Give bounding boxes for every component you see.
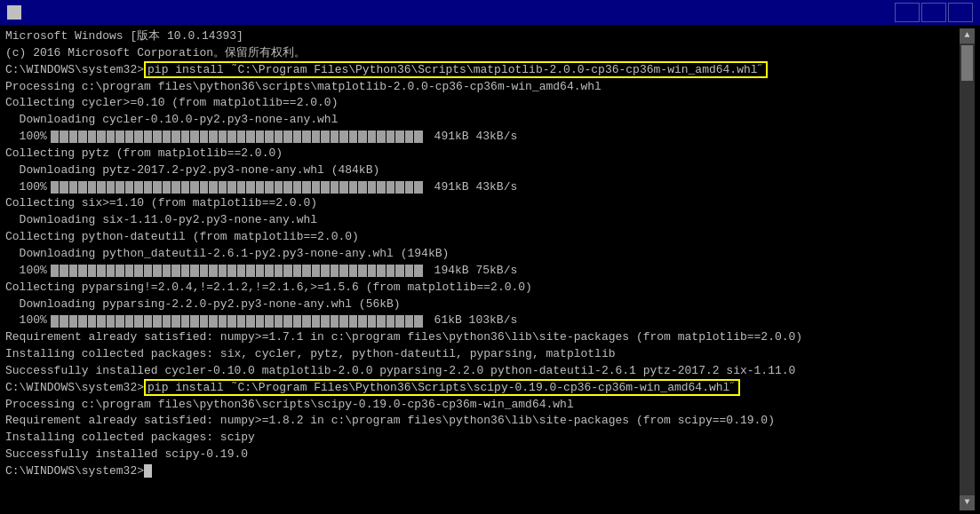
progress-speed: 194kB 75kB/s	[427, 263, 517, 280]
console-line: Downloading pytz-2017.2-py2.py3-none-any…	[5, 162, 960, 179]
progress-line: 100% 491kB 43kB/s	[5, 129, 960, 146]
console-line: Requirement already satisfied: numpy>=1.…	[5, 329, 960, 346]
title-bar-left	[7, 5, 27, 20]
prompt-prefix: C:\WINDOWS\system32>	[5, 63, 144, 76]
console-line: Microsoft Windows [版本 10.0.14393]	[5, 28, 960, 45]
console-line: (c) 2016 Microsoft Corporation。保留所有权利。	[5, 45, 960, 62]
console-icon	[7, 5, 21, 20]
console-line: Processing c:\program files\python36\scr…	[5, 397, 960, 414]
highlighted-command: pip install ˜C:\Program Files\Python36\S…	[144, 61, 768, 78]
progress-speed: 491kB 43kB/s	[427, 129, 517, 146]
cursor	[144, 464, 152, 478]
progress-percent: 100%	[5, 179, 47, 196]
console-line: Collecting pytz (from matplotlib==2.0.0)	[5, 146, 960, 162]
progress-bar	[51, 315, 424, 328]
window-controls	[895, 3, 973, 22]
progress-bar	[51, 130, 424, 143]
scroll-down-arrow[interactable]: ▼	[960, 495, 975, 510]
title-bar	[0, 0, 980, 25]
console-text[interactable]: Microsoft Windows [版本 10.0.14393](c) 201…	[5, 28, 960, 510]
progress-line: 100% 491kB 43kB/s	[5, 179, 960, 196]
progress-percent: 100%	[5, 129, 47, 146]
prompt-prefix: C:\WINDOWS\system32>	[5, 381, 144, 394]
progress-speed: 61kB 103kB/s	[427, 312, 517, 329]
console-line: Collecting pyparsing!=2.0.4,!=2.1.2,!=2.…	[5, 280, 960, 297]
console-area: Microsoft Windows [版本 10.0.14393](c) 201…	[0, 25, 980, 514]
minimize-button[interactable]	[895, 3, 920, 22]
restore-button[interactable]	[921, 3, 946, 22]
console-line: Collecting python-dateutil (from matplot…	[5, 229, 960, 246]
console-line: Downloading six-1.11.0-py2.py3-none-any.…	[5, 212, 960, 229]
command-line: C:\WINDOWS\system32>pip install ˜C:\Prog…	[5, 62, 960, 79]
progress-speed: 491kB 43kB/s	[427, 179, 517, 196]
progress-bar	[51, 181, 424, 194]
close-button[interactable]	[948, 3, 973, 22]
scrollbar[interactable]: ▲ ▼	[960, 28, 975, 510]
progress-percent: 100%	[5, 312, 47, 329]
console-line: Collecting six>=1.10 (from matplotlib==2…	[5, 195, 960, 212]
console-line: Successfully installed scipy-0.19.0	[5, 447, 960, 463]
console-line: Downloading cycler-0.10.0-py2.py3-none-a…	[5, 112, 960, 129]
console-line: Downloading python_dateutil-2.6.1-py2.py…	[5, 246, 960, 263]
console-line: Processing c:\program files\python36\scr…	[5, 79, 960, 96]
console-line: Requirement already satisfied: numpy>=1.…	[5, 413, 960, 430]
command-line: C:\WINDOWS\system32>pip install ˜C:\Prog…	[5, 380, 960, 397]
progress-line: 100% 194kB 75kB/s	[5, 263, 960, 280]
final-prompt: C:\WINDOWS\system32>	[5, 463, 960, 480]
console-line: Successfully installed cycler-0.10.0 mat…	[5, 363, 960, 380]
console-line: Downloading pyparsing-2.2.0-py2.py3-none…	[5, 297, 960, 313]
scroll-up-arrow[interactable]: ▲	[960, 28, 975, 43]
console-line: Installing collected packages: scipy	[5, 430, 960, 447]
highlighted-command: pip install ˜C:\Program Files\Python36\S…	[144, 379, 740, 396]
progress-line: 100% 61kB 103kB/s	[5, 312, 960, 329]
progress-percent: 100%	[5, 263, 47, 280]
scroll-thumb[interactable]	[961, 45, 973, 81]
console-line: Collecting cycler>=0.10 (from matplotlib…	[5, 95, 960, 112]
console-line: Installing collected packages: six, cycl…	[5, 346, 960, 363]
progress-bar	[51, 265, 424, 277]
